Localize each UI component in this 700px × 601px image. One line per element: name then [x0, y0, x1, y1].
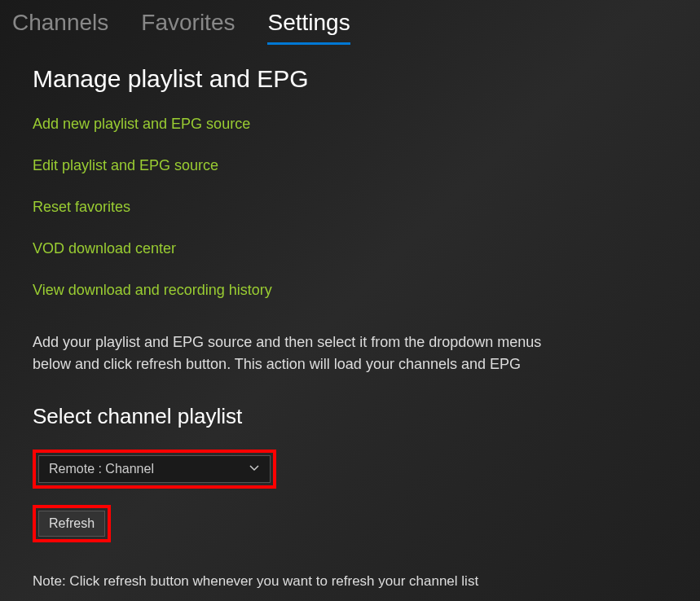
playlist-dropdown[interactable]: Remote : Channel: [38, 455, 271, 483]
reset-favorites-link[interactable]: Reset favorites: [33, 199, 667, 216]
settings-content: Manage playlist and EPG Add new playlist…: [0, 45, 700, 601]
manage-heading: Manage playlist and EPG: [33, 65, 667, 93]
note-text: Note: Click refresh button whenever you …: [33, 573, 667, 590]
tab-settings[interactable]: Settings: [267, 10, 350, 45]
tab-favorites[interactable]: Favorites: [141, 10, 235, 45]
tab-bar: Channels Favorites Settings: [0, 0, 700, 45]
add-source-link[interactable]: Add new playlist and EPG source: [33, 116, 667, 133]
vod-center-link[interactable]: VOD download center: [33, 240, 667, 257]
view-history-link[interactable]: View download and recording history: [33, 282, 667, 299]
chevron-down-icon: [249, 462, 260, 476]
dropdown-highlight: Remote : Channel: [33, 450, 276, 489]
edit-source-link[interactable]: Edit playlist and EPG source: [33, 157, 667, 174]
refresh-button[interactable]: Refresh: [38, 511, 105, 537]
tab-channels[interactable]: Channels: [12, 10, 108, 45]
dropdown-selected-text: Remote : Channel: [49, 462, 154, 476]
refresh-highlight: Refresh: [33, 505, 111, 542]
info-text: Add your playlist and EPG source and the…: [33, 331, 554, 375]
select-playlist-heading: Select channel playlist: [33, 404, 667, 429]
